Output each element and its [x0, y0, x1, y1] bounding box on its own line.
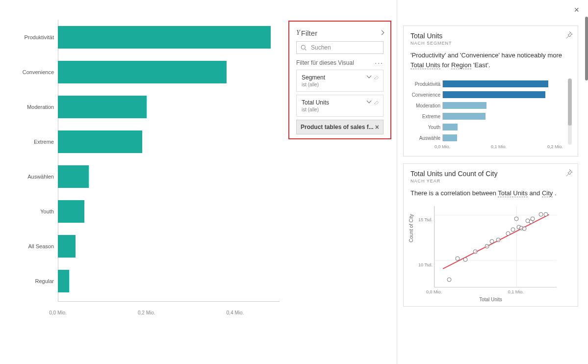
svg-line-1 — [305, 49, 307, 50]
search-icon — [301, 45, 307, 51]
scatter-point[interactable] — [473, 249, 478, 254]
bar-row[interactable]: Moderation — [5, 89, 280, 124]
filter-card[interactable]: Total Units ist (alle) — [296, 95, 383, 117]
mini-bar-row[interactable]: Youth — [410, 122, 571, 132]
scrollbar[interactable] — [585, 17, 588, 80]
bar-label: Regular — [5, 278, 58, 284]
scatter-point[interactable] — [543, 212, 548, 216]
bar-row[interactable]: Regular — [5, 263, 280, 298]
insight-subtitle: NACH SEGMENT — [410, 41, 571, 46]
bar-row[interactable]: Extreme — [5, 124, 280, 159]
mini-x-tick: 0,0 Mio. — [435, 144, 450, 149]
insight-title: Total Units — [410, 32, 571, 40]
bar-row[interactable]: Auswählen — [5, 159, 280, 194]
chevron-down-icon[interactable] — [367, 99, 371, 104]
mini-bar-row[interactable]: Convenience — [410, 89, 571, 100]
main-bar-chart[interactable]: Produktivität Convenience Moderation Ext… — [5, 20, 280, 319]
pin-icon[interactable] — [565, 31, 573, 39]
mini-bar — [443, 91, 545, 98]
clear-filter-icon[interactable] — [374, 74, 379, 79]
filter-card-sub: ist (alle) — [302, 107, 378, 112]
scatter-y-tick: 15 Tsd. — [418, 217, 433, 222]
pin-icon[interactable] — [565, 169, 573, 177]
mini-bar-label: Convenience — [410, 92, 442, 98]
scatter-point[interactable] — [522, 227, 527, 231]
x-tick: 0,0 Mio. — [49, 310, 67, 315]
mini-bar — [443, 113, 486, 120]
filter-funnel-icon: Y — [296, 29, 300, 37]
bar-label: Auswählen — [5, 174, 58, 180]
mini-bar — [443, 134, 457, 141]
scatter-point[interactable] — [511, 228, 515, 232]
bar-label: Extreme — [5, 139, 58, 145]
clear-filter-icon[interactable] — [374, 99, 379, 104]
chevron-right-icon[interactable] — [380, 28, 383, 37]
scatter-point[interactable] — [485, 244, 489, 248]
scatter-point[interactable] — [496, 237, 501, 242]
insight-bar-chart[interactable]: Produktivitä Convenience Moderation Extr… — [410, 78, 571, 151]
insight-card: Total Units NACH SEGMENT 'Productivity' … — [403, 26, 578, 156]
mini-bar-row[interactable]: Extreme — [410, 111, 571, 122]
scatter-y-tick: 10 Tsd. — [418, 262, 433, 267]
scatter-point[interactable] — [463, 258, 468, 262]
bar-row[interactable]: Youth — [5, 194, 280, 229]
bar — [58, 270, 69, 292]
scatter-point[interactable] — [489, 239, 494, 244]
scatter-point[interactable] — [447, 277, 452, 282]
bar-row[interactable]: All Season — [5, 229, 280, 263]
mini-scrollbar[interactable] — [568, 78, 572, 145]
bar-label: All Season — [5, 243, 58, 249]
more-options-icon[interactable]: ··· — [375, 59, 383, 67]
bar-label: Convenience — [5, 69, 58, 75]
insight-card: Total Units und Count of City NACH YEAR … — [403, 163, 578, 307]
mini-x-tick: 0,1 Mio. — [491, 144, 507, 149]
bar — [58, 200, 84, 223]
bar — [58, 26, 271, 49]
mini-bar — [443, 102, 486, 109]
remove-chip-icon[interactable]: × — [375, 123, 379, 131]
scatter-point[interactable] — [506, 231, 511, 235]
scatter-y-label: Count of City — [409, 214, 414, 242]
filter-chip[interactable]: Product tables of sales f... × — [296, 120, 383, 134]
filter-pane: Y Filter Suchen Filter für dieses Visual… — [288, 21, 391, 139]
x-tick: 0,4 Mio. — [227, 310, 244, 315]
mini-bar-row[interactable]: Produktivitä — [410, 78, 571, 89]
scatter-point[interactable] — [531, 217, 535, 221]
mini-bar-label: Auswähle — [410, 135, 442, 141]
mini-bar-row[interactable]: Moderation — [410, 100, 571, 111]
bar-row[interactable]: Convenience — [5, 54, 280, 89]
filter-card-sub: ist (alle) — [302, 82, 378, 87]
filter-pane-title: Filter — [301, 29, 317, 37]
x-axis-line — [58, 301, 280, 302]
mini-bar-label: Produktivitä — [410, 81, 442, 87]
scatter-point[interactable] — [514, 217, 518, 221]
scatter-x-tick: 0,1 Mio. — [508, 289, 524, 294]
bar-row[interactable]: Produktivität — [5, 20, 280, 54]
report-canvas: Produktivität Convenience Moderation Ext… — [0, 0, 397, 364]
svg-point-0 — [301, 45, 305, 49]
bar — [58, 61, 227, 83]
filter-chip-label: Product tables of sales f... — [301, 124, 374, 130]
mini-bar-label: Extreme — [410, 114, 442, 119]
scatter-x-tick: 0,0 Mio. — [426, 289, 442, 294]
insight-subtitle: NACH YEAR — [410, 179, 571, 183]
filter-card[interactable]: Segment ist (alle) — [296, 70, 383, 92]
bar — [58, 235, 76, 258]
chevron-down-icon[interactable] — [367, 74, 371, 79]
filter-section-title: Filter für dieses Visual — [296, 59, 354, 66]
mini-bar-row[interactable]: Auswähle — [410, 132, 571, 143]
bar-label: Youth — [5, 208, 58, 214]
scatter-point[interactable] — [538, 212, 543, 216]
mini-bar — [443, 80, 548, 87]
bar — [58, 96, 147, 118]
scatter-point[interactable] — [455, 257, 460, 261]
close-icon[interactable]: × — [574, 5, 579, 15]
bar-label: Produktivität — [5, 34, 58, 40]
insight-scatter-chart[interactable]: Count of City Total Units 0,0 Mio.0,1 Mi… — [410, 203, 571, 301]
mini-bar-label: Youth — [410, 125, 442, 130]
filter-search-input[interactable]: Suchen — [296, 41, 383, 54]
bar — [58, 130, 142, 153]
mini-x-tick: 0,2 Mio. — [547, 144, 563, 149]
trendline — [442, 214, 549, 269]
insight-description: 'Productivity' and 'Convenience' have no… — [410, 51, 571, 70]
